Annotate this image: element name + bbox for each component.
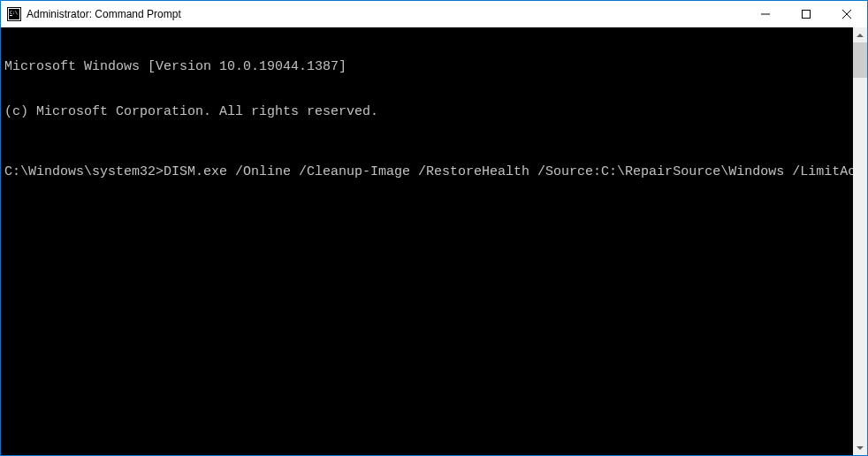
scroll-up-button[interactable] (853, 27, 867, 42)
titlebar[interactable]: C:\ Administrator: Command Prompt (1, 1, 867, 27)
scroll-down-button[interactable] (853, 440, 867, 455)
terminal[interactable]: Microsoft Windows [Version 10.0.19044.13… (1, 27, 853, 455)
app-icon: C:\ (7, 7, 21, 21)
client-area: Microsoft Windows [Version 10.0.19044.13… (1, 27, 867, 455)
window-title: Administrator: Command Prompt (27, 8, 745, 20)
svg-rect-4 (10, 15, 12, 16)
svg-rect-5 (803, 11, 811, 19)
terminal-line: (c) Microsoft Corporation. All rights re… (4, 104, 853, 119)
command-prompt-window: C:\ Administrator: Command Prompt Micros… (0, 0, 868, 456)
svg-text:C:\: C:\ (10, 10, 18, 15)
terminal-prompt-line: C:\Windows\system32>DISM.exe /Online /Cl… (4, 164, 853, 179)
minimize-button[interactable] (745, 1, 786, 27)
maximize-button[interactable] (786, 1, 826, 27)
terminal-prompt: C:\Windows\system32> (4, 164, 164, 179)
terminal-line: Microsoft Windows [Version 10.0.19044.13… (4, 59, 853, 74)
close-button[interactable] (826, 1, 867, 27)
window-controls (745, 1, 867, 27)
terminal-command: DISM.exe /Online /Cleanup-Image /Restore… (164, 164, 853, 179)
scroll-thumb[interactable] (853, 42, 867, 78)
scroll-track[interactable] (853, 42, 867, 440)
vertical-scrollbar[interactable] (853, 27, 867, 455)
